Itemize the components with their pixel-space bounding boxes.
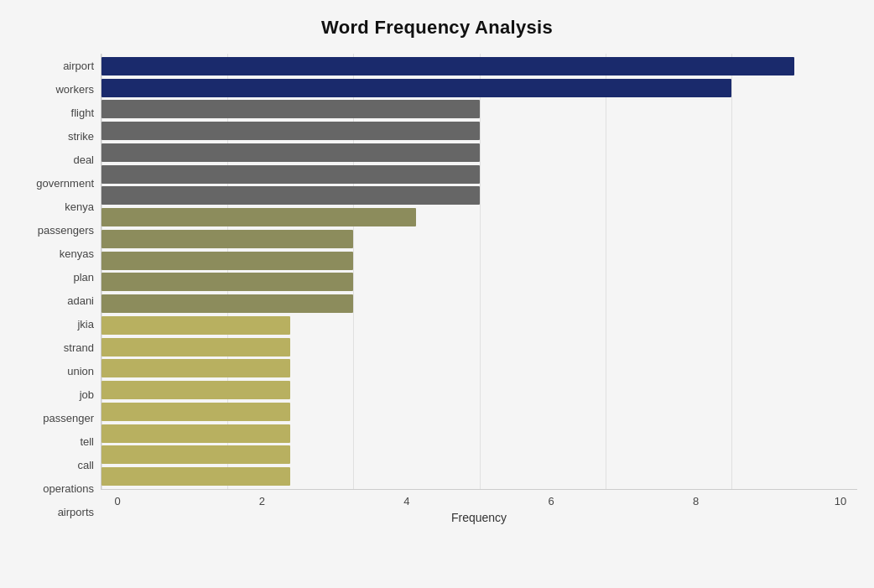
x-tick-label: 2: [245, 495, 278, 507]
bar: [101, 230, 353, 248]
y-label: workers: [55, 77, 94, 101]
bar: [101, 359, 290, 377]
y-axis-labels: airportworkersflightstrikedealgovernment…: [17, 54, 101, 524]
bar-row: [101, 77, 857, 99]
bar-row: [101, 293, 857, 315]
bar: [101, 122, 480, 140]
bar: [101, 294, 353, 313]
plot-area: 0246810 Frequency: [101, 54, 857, 524]
y-label: union: [67, 360, 94, 383]
y-label: job: [80, 383, 94, 407]
x-tick-label: 0: [101, 495, 134, 507]
bar-row: [101, 250, 857, 272]
bar-row: [101, 120, 857, 142]
y-label: operations: [43, 477, 94, 501]
y-label: government: [36, 171, 94, 195]
y-label: call: [77, 454, 94, 477]
bar-row: [101, 228, 857, 250]
bar: [101, 316, 290, 335]
bar-row: [101, 358, 857, 380]
x-tick-label: 8: [679, 495, 713, 507]
bar: [101, 208, 416, 226]
grid-and-bars: [101, 54, 857, 490]
bar-row: [101, 445, 857, 466]
y-label: airports: [58, 501, 94, 524]
y-label: deal: [73, 148, 94, 171]
bar: [101, 57, 794, 75]
y-label: strike: [68, 124, 94, 148]
bar: [101, 252, 353, 270]
y-label: plan: [73, 265, 94, 289]
bar-row: [101, 272, 857, 294]
y-label: flight: [71, 101, 94, 124]
bar: [101, 186, 480, 205]
bar-row: [101, 55, 857, 77]
bar-row: [101, 185, 857, 207]
bars-container: [101, 54, 857, 489]
bar-row: [101, 142, 857, 164]
y-label: passenger: [43, 407, 94, 430]
y-label: adani: [67, 289, 94, 312]
x-tick-label: 4: [390, 495, 424, 507]
bar: [101, 403, 290, 421]
x-tick-label: 6: [534, 495, 568, 507]
chart-area: airportworkersflightstrikedealgovernment…: [17, 54, 857, 524]
bar-row: [101, 423, 857, 445]
y-label: strand: [64, 336, 94, 360]
bar: [101, 381, 290, 399]
bar: [101, 424, 290, 443]
bar: [101, 338, 290, 356]
chart-title: Word Frequency Analysis: [17, 17, 857, 39]
y-label: kenya: [65, 195, 94, 218]
bar: [101, 467, 290, 486]
x-tick-label: 10: [824, 495, 857, 507]
bar-row: [101, 206, 857, 228]
bar: [101, 100, 480, 118]
bar-row: [101, 336, 857, 358]
bar-row: [101, 315, 857, 336]
bar-row: [101, 99, 857, 121]
y-label: kenyas: [60, 242, 94, 265]
y-label: passengers: [38, 218, 94, 242]
bar: [101, 273, 353, 291]
x-axis-title: Frequency: [101, 511, 857, 524]
bar: [101, 79, 731, 97]
bar: [101, 165, 480, 184]
bar-row: [101, 401, 857, 423]
bar-row: [101, 379, 857, 401]
y-label: tell: [80, 430, 94, 454]
bar-row: [101, 466, 857, 487]
y-label: airport: [63, 54, 94, 77]
bar: [101, 445, 290, 464]
chart-container: Word Frequency Analysis airportworkersfl…: [0, 0, 874, 588]
y-label: jkia: [77, 313, 94, 336]
bar: [101, 143, 480, 162]
x-axis-labels: 0246810: [101, 490, 857, 507]
bar-row: [101, 164, 857, 185]
